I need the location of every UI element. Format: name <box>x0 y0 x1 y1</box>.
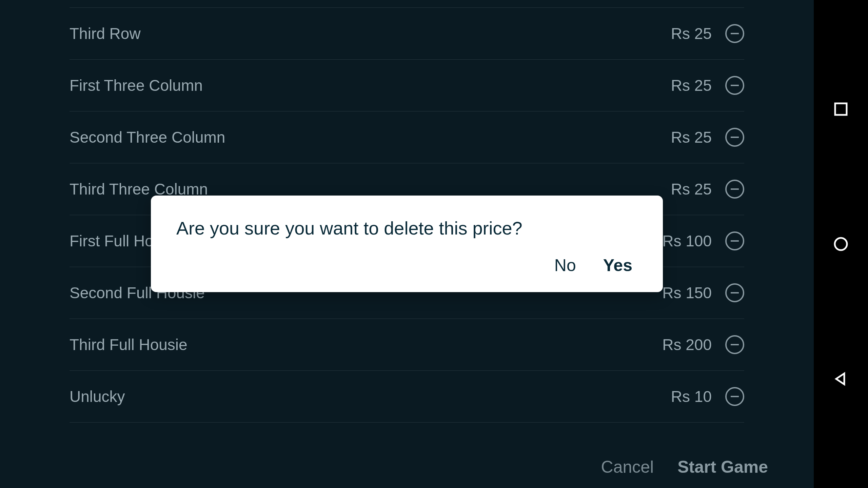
price-name: First Three Column <box>70 76 203 95</box>
price-right: Rs 100 <box>662 231 744 250</box>
recent-apps-icon[interactable] <box>833 101 849 117</box>
delete-icon[interactable] <box>725 180 744 199</box>
start-game-button[interactable]: Start Game <box>677 457 768 477</box>
price-value: Rs 25 <box>671 76 712 95</box>
price-row: Third Full HousieRs 200 <box>70 319 744 371</box>
price-value: Rs 25 <box>671 24 712 43</box>
price-value: Rs 100 <box>662 232 712 250</box>
modal-yes-button[interactable]: Yes <box>603 256 632 275</box>
modal-no-button[interactable]: No <box>554 256 576 275</box>
svg-rect-0 <box>835 103 847 115</box>
home-icon[interactable] <box>833 236 849 252</box>
confirm-delete-modal: Are you sure you want to delete this pri… <box>151 196 663 292</box>
svg-point-1 <box>835 238 847 250</box>
modal-title: Are you sure you want to delete this pri… <box>176 218 637 239</box>
price-row: First Three ColumnRs 25 <box>70 60 744 111</box>
delete-icon[interactable] <box>725 283 744 302</box>
price-name: Third Row <box>70 24 141 43</box>
delete-icon[interactable] <box>725 387 744 406</box>
back-icon[interactable] <box>833 371 849 387</box>
price-right: Rs 200 <box>662 335 744 354</box>
delete-icon[interactable] <box>725 128 744 147</box>
price-row: Third RowRs 25 <box>70 7 744 60</box>
price-value: Rs 25 <box>671 180 712 198</box>
price-row: Second Three ColumnRs 25 <box>70 111 744 163</box>
price-right: Rs 25 <box>671 24 744 43</box>
price-value: Rs 10 <box>671 387 712 406</box>
android-nav-bar <box>814 0 868 488</box>
price-name: Third Full Housie <box>70 336 188 354</box>
price-right: Rs 25 <box>671 128 744 147</box>
app-area: Third RowRs 25First Three ColumnRs 25Sec… <box>0 7 814 488</box>
price-value: Rs 150 <box>662 284 712 302</box>
price-right: Rs 10 <box>671 387 744 406</box>
modal-actions: No Yes <box>176 256 637 275</box>
price-name: Second Three Column <box>70 128 225 146</box>
price-right: Rs 150 <box>662 283 744 302</box>
delete-icon[interactable] <box>725 335 744 354</box>
footer-actions: Cancel Start Game <box>601 457 768 477</box>
delete-icon[interactable] <box>725 231 744 250</box>
price-right: Rs 25 <box>671 76 744 95</box>
cancel-button[interactable]: Cancel <box>601 457 654 477</box>
delete-icon[interactable] <box>725 76 744 95</box>
price-value: Rs 200 <box>662 336 712 354</box>
delete-icon[interactable] <box>725 24 744 43</box>
price-right: Rs 25 <box>671 180 744 199</box>
price-row: UnluckyRs 10 <box>70 371 744 423</box>
price-value: Rs 25 <box>671 128 712 146</box>
price-name: Unlucky <box>70 387 125 406</box>
